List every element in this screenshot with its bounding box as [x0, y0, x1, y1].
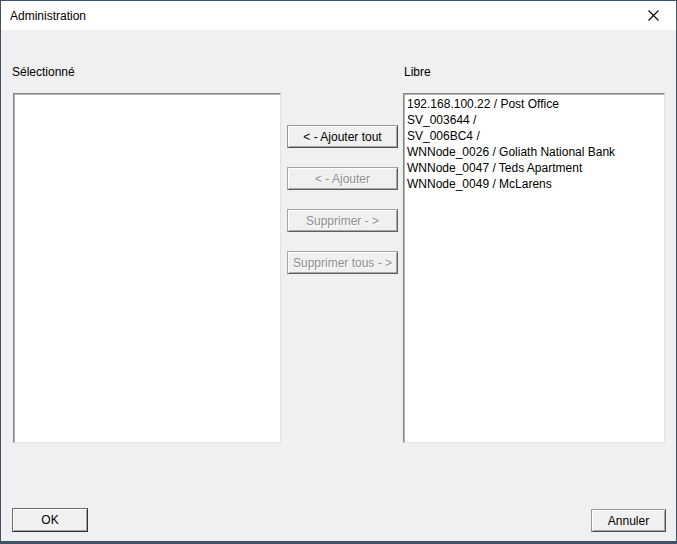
ok-button[interactable]: OK: [12, 508, 88, 532]
cancel-button[interactable]: Annuler: [591, 509, 666, 532]
remove-all-button[interactable]: Supprimer tous - >: [287, 251, 398, 274]
selected-listbox[interactable]: [13, 93, 281, 443]
list-item[interactable]: WNNode_0049 / McLarens: [404, 176, 664, 192]
list-item[interactable]: SV_006BC4 /: [404, 128, 664, 144]
remove-button[interactable]: Supprimer - >: [287, 209, 398, 232]
free-listbox[interactable]: 192.168.100.22 / Post OfficeSV_003644 /S…: [403, 93, 665, 443]
list-item[interactable]: WNNode_0026 / Goliath National Bank: [404, 144, 664, 160]
close-button[interactable]: [631, 1, 676, 30]
add-all-button[interactable]: < - Ajouter tout: [287, 125, 398, 148]
selected-list-label: Sélectionné: [12, 65, 75, 79]
list-item[interactable]: SV_003644 /: [404, 112, 664, 128]
free-list-label: Libre: [404, 65, 431, 79]
window-title: Administration: [10, 9, 86, 23]
close-icon: [648, 7, 659, 25]
list-item[interactable]: WNNode_0047 / Teds Apartment: [404, 160, 664, 176]
list-item[interactable]: 192.168.100.22 / Post Office: [404, 96, 664, 112]
titlebar: Administration: [1, 1, 676, 30]
administration-dialog: Administration Sélectionné Libre 192.168…: [0, 0, 677, 544]
add-button[interactable]: < - Ajouter: [287, 167, 398, 190]
